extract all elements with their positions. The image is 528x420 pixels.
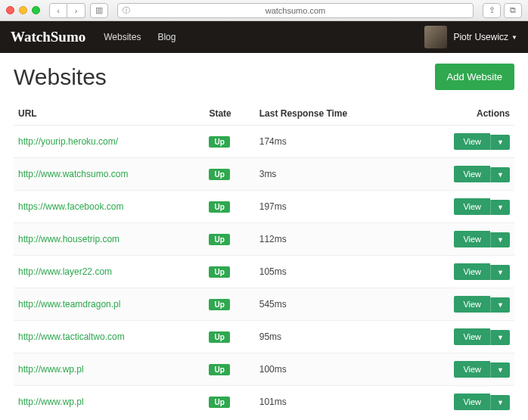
cell-url[interactable]: http://www.wp.pl bbox=[14, 386, 204, 418]
page-title: Websites bbox=[14, 64, 107, 90]
status-badge: Up bbox=[209, 266, 229, 278]
table-row: http://www.teamdragon.plUp545msView▼ bbox=[14, 288, 514, 321]
view-button[interactable]: View bbox=[454, 296, 490, 313]
zoom-window-icon[interactable] bbox=[32, 6, 40, 14]
cell-lrt: 197ms bbox=[255, 191, 411, 223]
cell-actions: View▼ bbox=[411, 321, 514, 353]
sidebar-button[interactable]: ▥ bbox=[90, 3, 108, 18]
window-controls bbox=[6, 6, 40, 14]
address-bar[interactable]: ⓘ watchsumo.com bbox=[117, 3, 474, 18]
status-badge: Up bbox=[209, 331, 229, 343]
cell-url[interactable]: http://www.housetrip.com bbox=[14, 223, 204, 256]
cell-url[interactable]: http://www.watchsumo.com bbox=[14, 158, 204, 191]
browser-chrome: ‹ › ▥ ⓘ watchsumo.com ⇪ ⧉ bbox=[0, 0, 528, 21]
status-badge: Up bbox=[209, 364, 229, 375]
page-header: Websites Add Website bbox=[14, 64, 514, 90]
username-label: Piotr Usewicz bbox=[453, 32, 508, 42]
nav-blog[interactable]: Blog bbox=[157, 32, 175, 42]
view-button[interactable]: View bbox=[454, 394, 490, 410]
page-content: Websites Add Website URL State Last Resp… bbox=[0, 53, 528, 420]
cell-actions: View▼ bbox=[411, 353, 514, 386]
row-menu-button[interactable]: ▼ bbox=[490, 330, 510, 345]
status-badge: Up bbox=[209, 397, 229, 408]
cell-state: Up bbox=[204, 386, 254, 418]
cell-state: Up bbox=[204, 256, 254, 288]
table-row: http://www.housetrip.comUp112msView▼ bbox=[14, 223, 514, 256]
cell-state: Up bbox=[204, 353, 254, 386]
cell-state: Up bbox=[204, 288, 254, 321]
row-menu-button[interactable]: ▼ bbox=[490, 167, 510, 182]
table-row: https://www.facebook.comUp197msView▼ bbox=[14, 191, 514, 223]
cell-lrt: 105ms bbox=[255, 256, 411, 288]
minimize-window-icon[interactable] bbox=[19, 6, 27, 14]
app-header: WatchSumo Websites Blog Piotr Usewicz ▼ bbox=[0, 21, 528, 53]
cell-actions: View▼ bbox=[411, 223, 514, 256]
view-button[interactable]: View bbox=[454, 133, 490, 150]
cell-actions: View▼ bbox=[411, 158, 514, 191]
cell-state: Up bbox=[204, 321, 254, 353]
status-badge: Up bbox=[209, 136, 229, 148]
cell-actions: View▼ bbox=[411, 191, 514, 223]
row-menu-button[interactable]: ▼ bbox=[490, 297, 510, 313]
cell-actions: View▼ bbox=[411, 256, 514, 288]
user-menu[interactable]: Piotr Usewicz ▼ bbox=[453, 32, 517, 42]
cell-actions: View▼ bbox=[411, 126, 514, 158]
cell-lrt: 174ms bbox=[255, 126, 411, 158]
row-menu-button[interactable]: ▼ bbox=[490, 265, 510, 280]
view-button[interactable]: View bbox=[454, 328, 490, 345]
view-button[interactable]: View bbox=[454, 361, 490, 378]
cell-lrt: 100ms bbox=[255, 353, 411, 386]
nav-back-forward: ‹ › bbox=[49, 3, 85, 18]
websites-table: URL State Last Response Time Actions htt… bbox=[14, 102, 514, 418]
status-badge: Up bbox=[209, 234, 229, 245]
view-button[interactable]: View bbox=[454, 166, 490, 182]
row-menu-button[interactable]: ▼ bbox=[490, 395, 510, 410]
col-lrt: Last Response Time bbox=[255, 102, 411, 126]
share-button[interactable]: ⇪ bbox=[483, 3, 501, 18]
back-button[interactable]: ‹ bbox=[49, 3, 67, 18]
cell-lrt: 545ms bbox=[255, 288, 411, 321]
row-menu-button[interactable]: ▼ bbox=[490, 200, 510, 215]
close-window-icon[interactable] bbox=[6, 6, 14, 14]
forward-button[interactable]: › bbox=[67, 3, 85, 18]
col-state: State bbox=[204, 102, 254, 126]
status-badge: Up bbox=[209, 169, 229, 180]
add-website-button[interactable]: Add Website bbox=[435, 64, 514, 90]
view-button[interactable]: View bbox=[454, 198, 490, 215]
cell-state: Up bbox=[204, 223, 254, 256]
cell-actions: View▼ bbox=[411, 386, 514, 418]
col-url: URL bbox=[14, 102, 204, 126]
cell-url[interactable]: http://www.tacticaltwo.com bbox=[14, 321, 204, 353]
view-button[interactable]: View bbox=[454, 263, 490, 280]
cell-actions: View▼ bbox=[411, 288, 514, 321]
table-row: http://www.tacticaltwo.comUp95msView▼ bbox=[14, 321, 514, 353]
cell-url[interactable]: http://www.layer22.com bbox=[14, 256, 204, 288]
status-badge: Up bbox=[209, 201, 229, 213]
cell-lrt: 112ms bbox=[255, 223, 411, 256]
row-menu-button[interactable]: ▼ bbox=[490, 362, 510, 378]
chevron-down-icon: ▼ bbox=[511, 34, 517, 41]
cell-state: Up bbox=[204, 158, 254, 191]
nav-websites[interactable]: Websites bbox=[104, 32, 141, 42]
cell-lrt: 3ms bbox=[255, 158, 411, 191]
cell-state: Up bbox=[204, 126, 254, 158]
table-row: http://yourip.heroku.com/Up174msView▼ bbox=[14, 126, 514, 158]
logo[interactable]: WatchSumo bbox=[11, 29, 85, 45]
col-actions: Actions bbox=[411, 102, 514, 126]
view-button[interactable]: View bbox=[454, 231, 490, 247]
address-text: watchsumo.com bbox=[266, 6, 325, 15]
info-icon: ⓘ bbox=[123, 5, 130, 16]
avatar[interactable] bbox=[424, 26, 447, 48]
cell-url[interactable]: https://www.facebook.com bbox=[14, 191, 204, 223]
row-menu-button[interactable]: ▼ bbox=[490, 232, 510, 247]
cell-url[interactable]: http://www.teamdragon.pl bbox=[14, 288, 204, 321]
tabs-button[interactable]: ⧉ bbox=[504, 3, 522, 18]
row-menu-button[interactable]: ▼ bbox=[490, 135, 510, 150]
cell-state: Up bbox=[204, 191, 254, 223]
table-row: http://www.wp.plUp101msView▼ bbox=[14, 386, 514, 418]
cell-lrt: 101ms bbox=[255, 386, 411, 418]
cell-url[interactable]: http://www.wp.pl bbox=[14, 353, 204, 386]
table-row: http://www.wp.plUp100msView▼ bbox=[14, 353, 514, 386]
table-row: http://www.layer22.comUp105msView▼ bbox=[14, 256, 514, 288]
cell-url[interactable]: http://yourip.heroku.com/ bbox=[14, 126, 204, 158]
